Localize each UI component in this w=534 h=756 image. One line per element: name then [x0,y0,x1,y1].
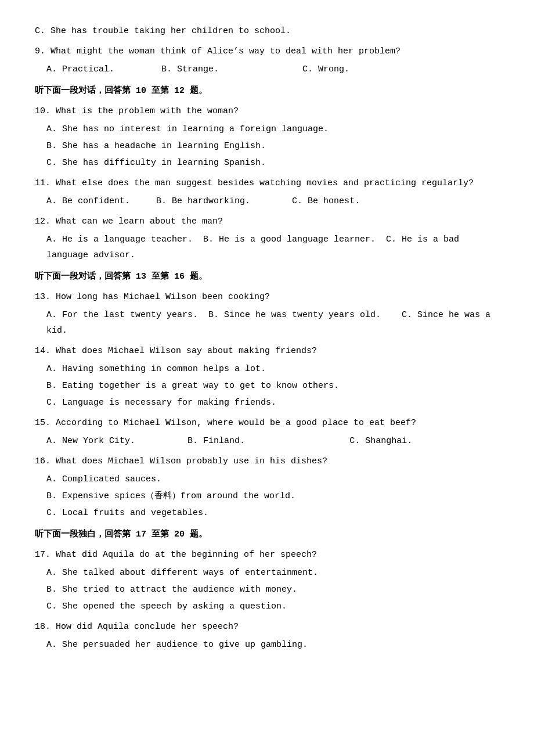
question-18-text: 18. How did Aquila conclude her speech? [35,619,499,635]
question-15-text: 15. According to Michael Wilson, where w… [35,415,499,431]
question-11-options: A. Be confident. B. Be hardworking. C. B… [46,193,499,209]
question-17: 17. What did Aquila do at the beginning … [35,547,499,614]
question-16-option-b: B. Expensive spices（香料）from around the w… [46,488,499,504]
question-15: 15. According to Michael Wilson, where w… [35,415,499,449]
question-17-text: 17. What did Aquila do at the beginning … [35,547,499,563]
option-a: A. New York City. [46,436,182,446]
option-b: B. Be hardworking. [156,196,287,206]
option-c: C. Wrong. [302,64,349,74]
question-9-text: 9. What might the woman think of Alice’s… [35,44,499,59]
section-header-17-20: 听下面一段独白，回答第 17 至第 20 题。 [35,527,499,542]
question-16: 16. What does Michael Wilson probably us… [35,453,499,521]
question-12: 12. What can we learn about the man? A. … [35,214,499,263]
question-18: 18. How did Aquila conclude her speech? … [35,619,499,653]
question-18-option-a: A. She persuaded her audience to give up… [46,637,499,653]
question-11-text: 11. What else does the man suggest besid… [35,175,499,191]
question-14: 14. What does Michael Wilson say about m… [35,343,499,411]
question-10-option-c: C. She has difficulty in learning Spanis… [46,155,499,171]
question-10-option-a: A. She has no interest in learning a for… [46,121,499,137]
question-16-text: 16. What does Michael Wilson probably us… [35,453,499,469]
question-14-option-b: B. Eating together is a great way to get… [46,378,499,394]
question-14-option-c: C. Language is necessary for making frie… [46,395,499,411]
question-13-options: A. For the last twenty years. B. Since h… [46,307,499,339]
option-c: C. Be honest. [292,196,360,206]
question-17-option-c: C. She opened the speech by asking a que… [46,599,499,614]
question-16-option-c: C. Local fruits and vegetables. [46,505,499,521]
section-header-13-16: 听下面一段对话，回答第 13 至第 16 题。 [35,269,499,285]
question-12-options: A. He is a language teacher. B. He is a … [46,232,499,263]
question-13: 13. How long has Michael Wilson been coo… [35,289,499,339]
question-10-text: 10. What is the problem with the woman? [35,103,499,119]
question-14-option-a: A. Having something in common helps a lo… [46,361,499,377]
question-17-option-a: A. She talked about different ways of en… [46,565,499,581]
question-10: 10. What is the problem with the woman? … [35,103,499,171]
question-13-text: 13. How long has Michael Wilson been coo… [35,289,499,305]
question-14-text: 14. What does Michael Wilson say about m… [35,343,499,359]
question-10-option-b: B. She has a headache in learning Englis… [46,138,499,154]
option-a: A. Practical. [46,64,156,74]
question-9: 9. What might the woman think of Alice’s… [35,44,499,77]
question-12-text: 12. What can we learn about the man? [35,214,499,229]
option-b: B. Strange. [161,64,297,74]
option-c: C. Shanghai. [349,436,412,446]
section-header-10-12: 听下面一段对话，回答第 10 至第 12 题。 [35,83,499,99]
page-content: C. She has trouble taking her children t… [35,23,499,653]
option-text: C. She has trouble taking her children t… [35,26,291,36]
question-9-options: A. Practical. B. Strange. C. Wrong. [46,62,499,77]
question-16-option-a: A. Complicated sauces. [46,471,499,487]
question-11: 11. What else does the man suggest besid… [35,175,499,209]
option-c-prev: C. She has trouble taking her children t… [35,23,499,39]
option-a: A. Be confident. [46,196,151,206]
option-b: B. Finland. [187,436,344,446]
question-17-option-b: B. She tried to attract the audience wit… [46,582,499,597]
question-15-options: A. New York City. B. Finland. C. Shangha… [46,433,499,449]
